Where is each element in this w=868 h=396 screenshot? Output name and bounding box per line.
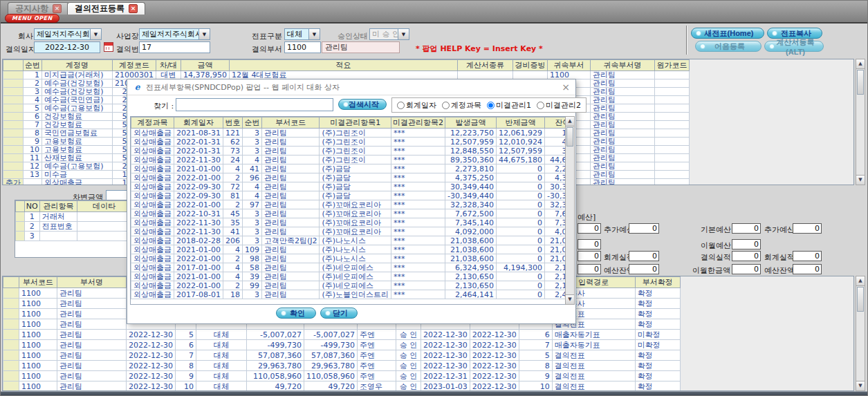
cell[interactable]: 3 [242, 290, 261, 299]
column-header[interactable]: 번호 [223, 117, 242, 129]
cell[interactable]: 전표번호 [39, 222, 77, 232]
cell[interactable]: *** [391, 173, 445, 182]
cell[interactable]: 4 [223, 245, 242, 254]
new-slip-button[interactable]: 새전표(Home) [691, 28, 764, 39]
cell[interactable]: 4 [223, 272, 242, 281]
cell[interactable]: 주엔 [357, 340, 396, 350]
cell[interactable]: *** [391, 155, 445, 164]
cell[interactable]: 관리팀 [261, 281, 320, 290]
cell[interactable]: 조영우 [357, 381, 396, 392]
cell[interactable]: 1100 [19, 381, 57, 392]
column-header[interactable]: 회계일자 [174, 117, 223, 129]
cell[interactable]: 관리팀 [261, 155, 320, 164]
cell[interactable]: 추가 [3, 179, 24, 186]
cell[interactable]: 관리팀 [590, 113, 654, 121]
cell[interactable]: (주)꼬매요코리아 [320, 218, 391, 227]
cell[interactable]: 2022-12-30 [470, 371, 519, 381]
cell[interactable]: 예수금(고용보험) [42, 104, 113, 113]
cell[interactable]: 3 [242, 236, 261, 245]
search-start-button[interactable]: 검색시작 [338, 99, 387, 110]
tab-close-icon[interactable]: × [53, 4, 62, 13]
cell[interactable]: (주)네오피에스 [320, 263, 391, 272]
cell[interactable]: 2022-01-00 [174, 281, 223, 290]
cell[interactable]: (주)금담 [320, 182, 391, 191]
cell[interactable]: 확정 [635, 371, 680, 381]
cell[interactable]: 매출자동기표 [552, 340, 635, 350]
resolution-no-input[interactable] [139, 41, 210, 53]
column-header[interactable]: 미결관리항목1 [320, 117, 391, 129]
column-header[interactable] [16, 201, 25, 212]
column-header[interactable]: 차/대 [156, 60, 181, 71]
column-header[interactable]: 부서확정 [635, 277, 680, 288]
cell[interactable] [654, 113, 689, 121]
column-header[interactable]: 부서명 [57, 277, 127, 288]
cell[interactable] [654, 121, 689, 129]
cell[interactable]: 32,328,340 [545, 200, 566, 209]
cell[interactable]: 결의전표 [552, 361, 635, 371]
cell[interactable]: 1100 [19, 319, 57, 330]
cell[interactable]: 2021-01-00 [174, 164, 223, 173]
cell[interactable]: -499,730 [246, 340, 304, 350]
cell[interactable]: 대체 [196, 361, 246, 371]
cell[interactable]: 미수금 [42, 171, 113, 179]
cell[interactable]: 2,464,141 [445, 290, 497, 299]
pending-row[interactable]: 외상매출금2017-01-00458관리팀(주)네오피에스***6,324,95… [131, 263, 566, 272]
cell[interactable]: 예수금(고용보험) [42, 162, 113, 171]
cell[interactable]: 관리팀 [590, 154, 654, 162]
cell[interactable]: 관리팀 [261, 173, 320, 182]
cell[interactable] [3, 71, 24, 79]
cell[interactable]: 외상매출금 [131, 164, 174, 173]
cell[interactable]: 1100 [19, 350, 57, 361]
cell[interactable]: *** [391, 164, 445, 173]
cell[interactable]: 49,720 [304, 381, 357, 392]
radio-pending1[interactable]: 미결관리1 [487, 100, 531, 111]
cell[interactable]: 외상매출금 [131, 272, 174, 281]
cell[interactable] [654, 162, 689, 171]
cell[interactable] [3, 171, 24, 179]
cell[interactable] [3, 113, 24, 121]
cell[interactable]: 7 [24, 121, 42, 129]
cell[interactable]: 206 [223, 236, 242, 245]
cell[interactable]: (주)나노시스 [320, 236, 391, 245]
cell[interactable]: 2022-12-30 [470, 350, 519, 361]
cell[interactable]: 497,035 [545, 138, 566, 147]
cell[interactable]: 2022-01-00 [174, 254, 223, 263]
cell[interactable]: 14,378,950 [181, 71, 230, 79]
cell[interactable]: 21,038,600 [445, 254, 497, 263]
cell[interactable]: 110,058,960 [246, 371, 304, 381]
cell[interactable]: 주엔 [357, 350, 396, 361]
pending-row[interactable]: 외상매출금2018-02-282063고객만족2팀(J2(주)나노시스***21… [131, 236, 566, 245]
cell[interactable]: 6 [519, 330, 552, 340]
cell[interactable] [16, 212, 25, 222]
cell[interactable]: 340,591 [545, 147, 566, 155]
cell[interactable]: 10 [519, 381, 552, 392]
cell[interactable]: 12 [24, 162, 42, 171]
cell[interactable]: 대체 [196, 330, 246, 340]
cell[interactable]: 승 인 [396, 371, 421, 381]
cell[interactable]: 대체 [196, 350, 246, 361]
cell[interactable] [654, 146, 689, 154]
cell[interactable]: 2022-12-30 [470, 361, 519, 371]
slip-row[interactable]: 1100관리팀2022-12-308대체29,963,78029,963,780… [3, 361, 681, 371]
pending-row[interactable]: 외상매출금2021-01-004109관리팀(주)나노시스***21,038,6… [131, 245, 566, 254]
cell[interactable] [3, 319, 19, 330]
cell[interactable]: 관리팀 [261, 290, 320, 299]
cell[interactable]: 2022-01-00 [174, 200, 223, 209]
cell[interactable]: *** [391, 263, 445, 272]
slip-row[interactable]: 1100관리팀2022-12-307대체57,087,36057,087,360… [3, 350, 681, 361]
cell[interactable]: 97 [242, 200, 261, 209]
cell[interactable]: -5,007,027 [246, 330, 304, 340]
cell[interactable]: 관리팀 [261, 218, 320, 227]
slip-row[interactable]: 1100관리팀2022-12-305대체-5,007,027-5,007,027… [3, 330, 681, 340]
cell[interactable]: 관리팀 [590, 96, 654, 104]
dialog-titlebar[interactable]: e 전표세부항목(SPNDCDPop) 팝업 -- 웹 페이지 대화 상자 × [127, 79, 575, 95]
cell[interactable]: 1 [24, 212, 39, 222]
cell[interactable]: 2022-01-00 [174, 173, 223, 182]
cell[interactable]: 109 [242, 245, 261, 254]
cell[interactable]: 5 [519, 350, 552, 361]
cell[interactable]: 7,672,500 [445, 209, 497, 218]
tab-close-icon[interactable]: × [129, 4, 138, 13]
cell[interactable]: 4 [242, 182, 261, 191]
cell[interactable]: 2,130,650 [545, 263, 566, 272]
calendar-icon[interactable] [104, 42, 113, 52]
